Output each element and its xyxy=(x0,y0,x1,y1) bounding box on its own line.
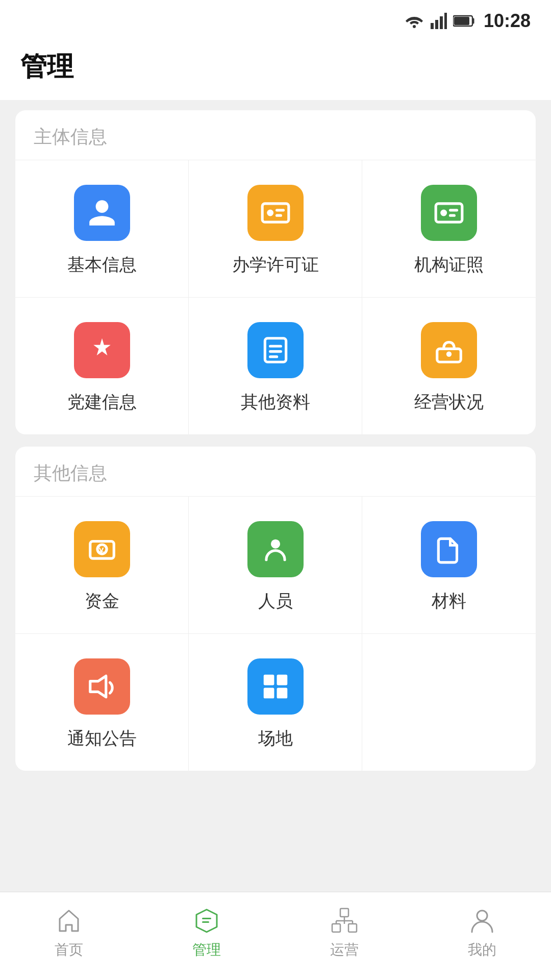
nav-mine-label: 我的 xyxy=(468,940,496,960)
svg-rect-17 xyxy=(269,350,282,353)
venue-label: 场地 xyxy=(258,727,293,750)
materials-item[interactable]: 材料 xyxy=(362,497,536,634)
nav-operation[interactable]: 运营 xyxy=(276,906,413,960)
main-content: 主体信息 基本信息 xyxy=(0,100,551,892)
svg-rect-6 xyxy=(454,17,469,25)
business-status-icon xyxy=(421,322,477,378)
empty-cell xyxy=(362,634,536,771)
svg-rect-30 xyxy=(202,918,211,919)
materials-label: 材料 xyxy=(432,590,466,613)
svg-point-12 xyxy=(440,210,447,216)
other-data-icon xyxy=(247,322,304,378)
manage-icon xyxy=(192,906,221,935)
page-header: 管理 xyxy=(0,37,551,100)
svg-rect-7 xyxy=(262,204,289,222)
funds-label: 资金 xyxy=(85,590,119,613)
basic-info-label: 基本信息 xyxy=(67,253,137,277)
svg-rect-1 xyxy=(431,23,434,29)
svg-rect-29 xyxy=(277,688,287,699)
org-cert-label: 机构证照 xyxy=(414,253,484,277)
svg-rect-4 xyxy=(444,13,447,29)
business-status-item[interactable]: 经营状况 xyxy=(362,298,536,434)
battery-icon xyxy=(453,14,475,28)
svg-rect-14 xyxy=(449,214,456,217)
svg-rect-10 xyxy=(276,214,282,217)
venue-icon xyxy=(247,658,304,715)
party-info-icon xyxy=(74,322,130,378)
nav-manage[interactable]: 管理 xyxy=(138,906,276,960)
other-data-label: 其他资料 xyxy=(241,390,310,414)
school-permit-icon xyxy=(247,185,304,241)
other-info-section: 其他信息 ¥ 资金 xyxy=(15,447,536,771)
svg-point-39 xyxy=(477,911,487,921)
svg-rect-26 xyxy=(263,675,274,685)
status-time: 10:28 xyxy=(484,10,531,32)
school-permit-item[interactable]: 办学许可证 xyxy=(189,160,362,298)
status-bar: 10:28 xyxy=(0,0,551,37)
wifi-icon xyxy=(404,13,424,29)
svg-rect-33 xyxy=(332,924,340,932)
mine-icon xyxy=(468,906,496,935)
svg-point-0 xyxy=(413,25,416,28)
school-permit-label: 办学许可证 xyxy=(232,253,319,277)
nav-manage-label: 管理 xyxy=(192,940,221,960)
subject-info-header: 主体信息 xyxy=(15,110,536,160)
svg-rect-27 xyxy=(277,675,287,685)
svg-rect-31 xyxy=(202,921,209,923)
personnel-label: 人员 xyxy=(258,590,293,613)
operation-icon xyxy=(330,906,359,935)
other-data-item[interactable]: 其他资料 xyxy=(189,298,362,434)
svg-rect-3 xyxy=(440,16,443,29)
svg-point-24 xyxy=(270,540,280,549)
svg-rect-9 xyxy=(276,209,285,211)
home-icon xyxy=(55,906,83,935)
funds-item[interactable]: ¥ 资金 xyxy=(15,497,189,634)
other-info-header: 其他信息 xyxy=(15,447,536,497)
status-icons xyxy=(404,13,475,29)
subject-info-grid: 基本信息 办学许可证 xyxy=(15,160,536,434)
org-cert-item[interactable]: 机构证照 xyxy=(362,160,536,298)
funds-icon: ¥ xyxy=(74,521,130,577)
svg-point-20 xyxy=(446,352,452,357)
notice-icon xyxy=(74,658,130,715)
materials-icon xyxy=(421,521,477,577)
svg-rect-34 xyxy=(348,924,357,932)
svg-marker-25 xyxy=(90,676,106,697)
personnel-item[interactable]: 人员 xyxy=(189,497,362,634)
personnel-icon xyxy=(247,521,304,577)
nav-mine[interactable]: 我的 xyxy=(413,906,551,960)
page-title: 管理 xyxy=(20,49,531,85)
business-status-label: 经营状况 xyxy=(414,390,484,414)
party-info-item[interactable]: 党建信息 xyxy=(15,298,189,434)
other-info-grid: ¥ 资金 人员 xyxy=(15,497,536,771)
svg-rect-18 xyxy=(269,355,278,358)
notice-label: 通知公告 xyxy=(67,727,137,750)
svg-rect-11 xyxy=(436,204,462,222)
subject-info-section: 主体信息 基本信息 xyxy=(15,110,536,434)
venue-item[interactable]: 场地 xyxy=(189,634,362,771)
nav-home-label: 首页 xyxy=(55,940,83,960)
signal-icon xyxy=(431,13,447,29)
org-cert-icon xyxy=(421,185,477,241)
svg-rect-16 xyxy=(269,345,282,348)
svg-rect-2 xyxy=(435,20,438,29)
basic-info-icon xyxy=(74,185,130,241)
svg-rect-13 xyxy=(449,209,458,211)
svg-rect-32 xyxy=(340,909,348,917)
party-info-label: 党建信息 xyxy=(67,390,137,414)
svg-point-8 xyxy=(267,210,273,216)
bottom-nav: 首页 管理 运营 我的 xyxy=(0,892,551,980)
svg-text:¥: ¥ xyxy=(98,546,104,556)
svg-rect-28 xyxy=(263,688,274,699)
notice-item[interactable]: 通知公告 xyxy=(15,634,189,771)
nav-home[interactable]: 首页 xyxy=(0,906,138,960)
basic-info-item[interactable]: 基本信息 xyxy=(15,160,189,298)
nav-operation-label: 运营 xyxy=(330,940,359,960)
